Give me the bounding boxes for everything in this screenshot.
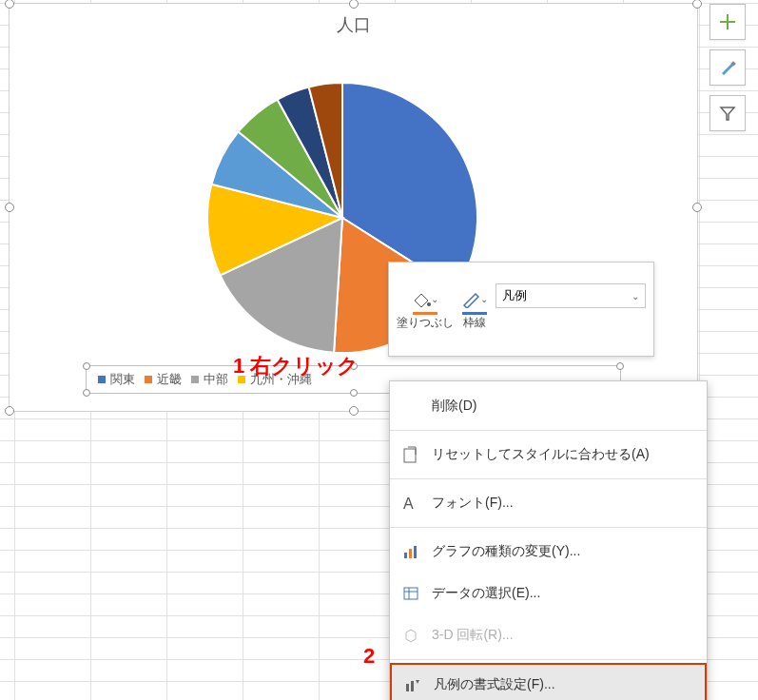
font-icon: A — [401, 494, 420, 513]
fill-button[interactable]: ⌄ 塗りつぶし — [397, 288, 454, 331]
format-icon — [403, 675, 422, 694]
svg-rect-8 — [414, 546, 417, 558]
context-menu-item[interactable]: Aフォント(F)... — [390, 482, 707, 524]
legend-label: 中部 — [204, 371, 228, 388]
chart-icon — [401, 542, 420, 561]
context-menu-item[interactable]: 凡例の書式設定(F)... — [390, 663, 707, 700]
annotation-2: 2 — [363, 644, 375, 669]
plus-icon — [718, 12, 737, 31]
svg-rect-6 — [404, 553, 407, 558]
handle-w[interactable] — [5, 203, 14, 212]
paint-bucket-icon — [412, 291, 431, 308]
legend-item[interactable]: 中部 — [191, 371, 228, 388]
chevron-down-icon: ⌄ — [431, 294, 438, 304]
legend-item[interactable]: 近畿 — [145, 371, 182, 388]
context-menu-label: フォント(F)... — [432, 495, 514, 512]
chart-side-buttons — [709, 4, 746, 131]
handle-n[interactable] — [349, 0, 359, 9]
context-menu-label: データの選択(E)... — [432, 585, 540, 602]
context-menu: 削除(D)リセットしてスタイルに合わせる(A)Aフォント(F)...グラフの種類… — [389, 380, 708, 700]
chevron-down-icon: ⌄ — [632, 291, 639, 301]
legend-swatch — [191, 376, 199, 383]
context-menu-item[interactable]: リセットしてスタイルに合わせる(A) — [390, 434, 707, 476]
data-icon — [401, 584, 420, 603]
context-menu-item[interactable]: 削除(D) — [390, 385, 707, 427]
outline-label: 枠線 — [463, 315, 486, 331]
svg-rect-4 — [404, 449, 416, 462]
brush-icon — [718, 58, 737, 77]
context-menu-label: リセットしてスタイルに合わせる(A) — [432, 446, 650, 463]
fill-label: 塗りつぶし — [397, 315, 454, 331]
context-menu-item: 3-D 回転(R)... — [390, 614, 707, 656]
mini-toolbar: ⌄ 塗りつぶし ⌄ 枠線 凡例 ⌄ — [388, 262, 654, 357]
3d-icon — [401, 626, 420, 645]
legend-swatch — [98, 376, 106, 383]
blank-icon — [401, 397, 420, 416]
handle-sw[interactable] — [5, 406, 14, 416]
context-menu-label: グラフの種類の変更(Y)... — [432, 543, 580, 560]
legend-item[interactable]: 関東 — [98, 371, 135, 388]
legend-swatch — [145, 376, 152, 383]
context-menu-label: 凡例の書式設定(F)... — [434, 676, 555, 693]
chart-elements-button[interactable] — [709, 4, 746, 40]
legend-label: 関東 — [110, 371, 135, 388]
chart-element-select[interactable]: 凡例 ⌄ — [496, 283, 646, 308]
annotation-1: 1 右クリック — [233, 352, 359, 380]
handle-nw[interactable] — [5, 0, 14, 9]
chart-title[interactable]: 人口 — [10, 13, 697, 36]
svg-rect-13 — [411, 681, 414, 691]
reset-icon — [401, 445, 420, 464]
funnel-icon — [718, 104, 737, 123]
context-menu-item[interactable]: グラフの種類の変更(Y)... — [390, 531, 707, 573]
chart-filter-button[interactable] — [709, 95, 746, 131]
svg-rect-7 — [409, 549, 412, 558]
svg-text:A: A — [403, 496, 414, 512]
pen-icon — [461, 291, 480, 308]
context-menu-label: 削除(D) — [432, 398, 476, 415]
svg-rect-9 — [404, 588, 418, 599]
context-menu-label: 3-D 回転(R)... — [432, 627, 514, 644]
outline-button[interactable]: ⌄ 枠線 — [461, 288, 488, 331]
legend-label: 近畿 — [157, 371, 182, 388]
svg-rect-12 — [406, 684, 409, 691]
context-menu-item[interactable]: データの選択(E)... — [390, 573, 707, 614]
handle-s[interactable] — [349, 406, 359, 416]
select-value: 凡例 — [502, 287, 527, 304]
chart-styles-button[interactable] — [709, 49, 746, 86]
handle-e[interactable] — [692, 203, 702, 212]
chevron-down-icon: ⌄ — [480, 294, 488, 304]
